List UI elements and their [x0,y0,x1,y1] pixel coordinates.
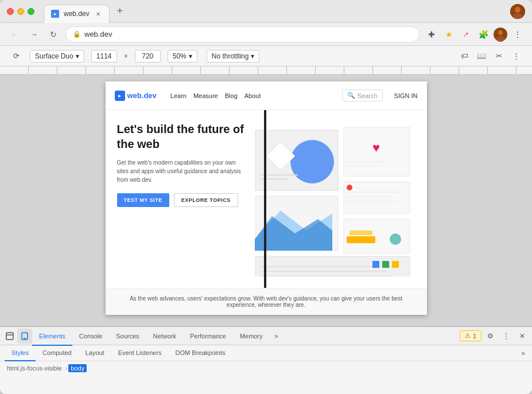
device-selector[interactable]: Surface Duo ▾ [30,50,84,63]
devtools-tabs-overflow[interactable]: » [270,329,284,343]
throttle-dropdown-icon: ▾ [251,52,254,60]
back-button[interactable]: ← [7,27,22,42]
devtools-subtabs-overflow[interactable]: » [519,349,527,357]
zoom-level: 50% [173,52,187,60]
test-my-site-button[interactable]: TEST MY SITE [117,193,169,207]
nav-measure[interactable]: Measure [193,92,218,99]
webdev-navbar: ▸ web.dev Learn Measure Blog About 🔍 Sea… [106,81,427,110]
hero-illustration: ♥ [255,124,415,276]
webdev-nav-links: Learn Measure Blog About [170,92,261,99]
webdev-hero-right: ♥ [255,122,415,276]
add-bookmark-icon[interactable]: ✚ [424,27,439,42]
viewport-height-input[interactable] [135,50,161,63]
devtools-tab-elements[interactable]: Elements [32,327,72,346]
ruler-strip [0,67,532,75]
search-text: Search [358,92,378,99]
explore-topics-button[interactable]: EXPLORE TOPICS [174,193,238,207]
bookmark-toolbar-icon[interactable]: 🏷 [457,49,471,63]
svg-rect-34 [6,333,13,340]
devtools-subtab-computed[interactable]: Computed [36,345,79,361]
warning-badge[interactable]: ⚠ 1 [460,330,481,341]
device-name: Surface Duo [35,52,73,60]
nav-about[interactable]: About [244,92,261,99]
book-icon[interactable]: 📖 [475,49,488,63]
more-device-options-icon[interactable]: ⋮ [509,49,523,63]
minimize-button[interactable] [17,8,24,15]
screenshot-icon[interactable]: ✂ [492,49,506,63]
tab-console-label: Console [79,333,102,340]
new-tab-button[interactable]: + [112,3,128,19]
devtools-subtab-styles[interactable]: Styles [5,345,36,361]
viewport-container: ▸ web.dev Learn Measure Blog About 🔍 Sea… [0,75,532,326]
address-bar: ← → ↻ 🔒 web.dev ✚ ★ ↑ 🧩 ⋮ [0,23,532,46]
devtools-close-icon[interactable]: ✕ [515,329,530,344]
close-button[interactable] [7,8,14,15]
breadcrumb-separator: › [65,365,67,372]
devtools-settings-icon[interactable]: ⚙ [483,329,498,344]
devtools-inspect-icon[interactable] [2,329,17,344]
chrome-menu-icon[interactable]: ⋮ [510,27,525,42]
devtools-subtab-layout[interactable]: Layout [79,345,111,361]
device-toolbar-right: 🏷 📖 ✂ ⋮ [457,49,523,63]
refresh-button[interactable]: ↻ [46,27,61,42]
webdev-hero: Let's build the future of the web Get th… [106,110,427,288]
tab-elements-label: Elements [39,333,65,340]
browser-viewport: ▸ web.dev Learn Measure Blog About 🔍 Sea… [106,81,427,315]
svg-point-1 [515,7,521,13]
profile-menu-icon[interactable] [493,27,508,42]
devtools-subtab-event-listeners[interactable]: Event Listeners [111,345,169,361]
throttle-selector[interactable]: No throttling ▾ [207,50,260,63]
signin-button[interactable]: SIGN IN [394,92,418,99]
breadcrumb-html[interactable]: html.js-focus-visible [5,364,64,372]
devtools-tab-console[interactable]: Console [72,327,109,346]
tab-close-button[interactable]: ✕ [94,10,102,18]
forward-button[interactable]: → [26,27,41,42]
hero-subtitle: Get the web's modern capabilities on you… [117,158,249,184]
devtools-tab-sources[interactable]: Sources [109,327,146,346]
maximize-button[interactable] [28,8,34,15]
devtools-more-icon[interactable]: ⋮ [499,329,514,344]
traffic-lights [7,8,34,15]
device-dropdown-icon: ▾ [76,52,79,60]
webdev-logo-icon: ▸ [115,91,125,101]
svg-point-22 [347,185,352,190]
url-text: web.dev [84,30,112,38]
throttle-label: No throttling [212,52,249,60]
webdev-hero-text: Let's build the future of the web Get th… [117,122,255,276]
nav-blog[interactable]: Blog [225,92,238,99]
profile-icon[interactable] [510,4,525,19]
extensions-icon[interactable]: 🧩 [476,27,491,42]
breadcrumb-body[interactable]: body [68,364,87,372]
svg-rect-33 [392,261,399,268]
split-screen-divider[interactable] [264,110,266,288]
svg-rect-18 [344,182,410,213]
devtools-tabs: Elements Console Sources Network Perform… [0,327,532,345]
redirect-arrow-icon: ↑ [459,27,473,42]
devtools-tab-performance[interactable]: Performance [183,327,233,346]
devtools-right-buttons: ⚠ 1 ⚙ ⋮ ✕ [460,329,530,344]
device-toolbar: ⟳ Surface Duo ▾ × 50% ▾ No throttling ▾ … [0,46,532,67]
devtools-panel: Elements Console Sources Network Perform… [0,326,532,394]
viewport-width-input[interactable] [91,50,117,63]
subtab-styles-label: Styles [11,349,29,356]
zoom-selector[interactable]: 50% ▾ [168,50,197,63]
bookmark-icon[interactable]: ★ [441,27,456,42]
chrome-window: ▸ web.dev ✕ + ← → ↻ 🔒 web.dev ✚ ★ [0,0,532,394]
rotate-device-icon[interactable]: ⟳ [9,49,23,63]
url-bar[interactable]: 🔒 web.dev [65,26,420,42]
browser-tab[interactable]: ▸ web.dev ✕ [44,5,110,23]
nav-learn[interactable]: Learn [170,92,187,99]
devtools-tab-memory[interactable]: Memory [233,327,270,346]
devtools-tab-network[interactable]: Network [146,327,183,346]
warning-icon: ⚠ [465,332,471,340]
devtools-subtab-dom-breakpoints[interactable]: DOM Breakpoints [169,345,232,361]
webdev-logo[interactable]: ▸ web.dev [115,91,157,101]
tab-sources-label: Sources [116,333,139,340]
warning-count: 1 [473,333,476,340]
tab-network-label: Network [153,333,176,340]
devtools-device-icon[interactable] [17,329,32,344]
title-bar: ▸ web.dev ✕ + [0,0,532,23]
svg-rect-32 [382,261,389,268]
webdev-search[interactable]: 🔍 Search [342,89,383,102]
search-icon: 🔍 [347,92,355,99]
